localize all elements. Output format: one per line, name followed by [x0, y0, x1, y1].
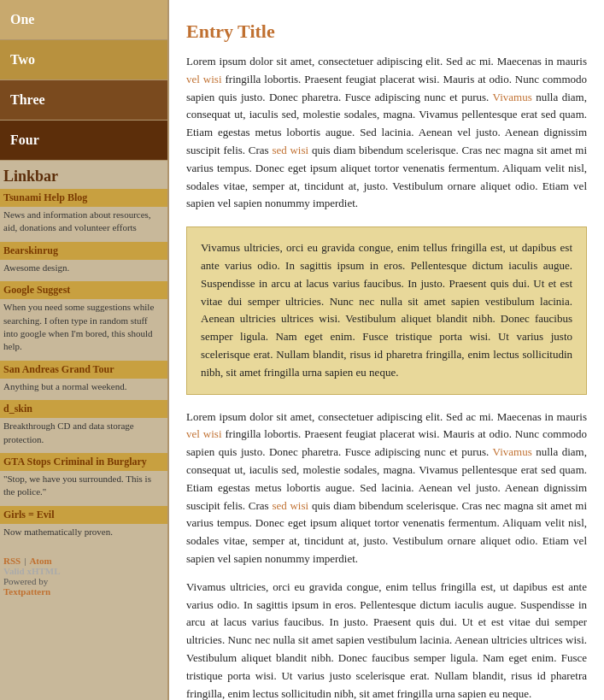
valid-xhtml-link[interactable]: Valid xHTML — [3, 566, 164, 576]
linkbar-section-3: San Andreas Grand Tour Anything but a no… — [0, 361, 167, 397]
linkbar-section-0: Tsunami Help Blog News and information a… — [0, 189, 167, 238]
nav-item-three[interactable]: Three — [0, 80, 167, 121]
entry-title: Entry Title — [186, 21, 587, 43]
sed-link-2[interactable]: sed wisi — [272, 499, 308, 512]
vivamus-link-1[interactable]: Vivamus — [493, 91, 532, 103]
vivamus-link-2[interactable]: Vivamus — [493, 445, 532, 458]
linkbar-link-1[interactable]: Bearskinrug — [0, 242, 167, 260]
linkbar-desc-3: Anything but a normal weekend. — [0, 379, 167, 397]
blockquote-1: Vivamus ultricies, orci eu gravida congu… — [186, 226, 587, 394]
linkbar-link-6[interactable]: Girls = Evil — [0, 506, 167, 524]
rss-link[interactable]: RSS — [3, 556, 21, 566]
entry-body: Lorem ipsum dolor sit amet, consectetuer… — [186, 53, 587, 700]
linkbar-desc-6: Now mathematically proven. — [0, 524, 167, 542]
textpattern-link[interactable]: Textpattern — [3, 586, 164, 597]
linkbar-desc-2: When you need some suggestions while sea… — [0, 299, 167, 357]
textpattern-label: Powered by — [3, 576, 48, 586]
linkbar-section-2: Google Suggest When you need some sugges… — [0, 281, 167, 357]
sed-link-1[interactable]: sed wisi — [272, 144, 308, 156]
linkbar-section-4: d_skin Breakthrough CD and data storage … — [0, 400, 167, 450]
wisi-link-1[interactable]: vel wisi — [186, 73, 222, 85]
nav-item-one[interactable]: One — [0, 0, 167, 40]
nav-item-two[interactable]: Two — [0, 40, 167, 80]
nav-item-four[interactable]: Four — [0, 121, 167, 161]
linkbar-section-5: GTA Stops Criminal in Burglary "Stop, we… — [0, 453, 167, 503]
linkbar-link-2[interactable]: Google Suggest — [0, 281, 167, 299]
linkbar-desc-4: Breakthrough CD and data storage protect… — [0, 418, 167, 450]
sidebar-footer: RSS | Atom Valid xHTML Powered by Textpa… — [0, 552, 167, 600]
wisi-link-2[interactable]: vel wisi — [186, 427, 222, 440]
sidebar: One Two Three Four Linkbar Tsunami Help … — [0, 0, 167, 700]
entry-paragraph-2: Lorem ipsum dolor sit amet, consectetuer… — [186, 409, 587, 568]
linkbar-desc-5: "Stop, we have you surrounded. This is t… — [0, 471, 167, 503]
atom-link[interactable]: Atom — [29, 556, 51, 566]
entry-paragraph-3: Vivamus ultricies, orci eu gravida congu… — [186, 579, 587, 700]
linkbar-desc-1: Awesome design. — [0, 260, 167, 278]
linkbar-link-0[interactable]: Tsunami Help Blog — [0, 189, 167, 207]
linkbar-title: Linkbar — [0, 161, 167, 189]
linkbar-link-3[interactable]: San Andreas Grand Tour — [0, 361, 167, 379]
linkbar-section-1: Bearskinrug Awesome design. — [0, 242, 167, 278]
entry-paragraph-1: Lorem ipsum dolor sit amet, consectetuer… — [186, 53, 587, 213]
linkbar-section-6: Girls = Evil Now mathematically proven. — [0, 506, 167, 542]
main-content: Entry Title Lorem ipsum dolor sit amet, … — [167, 0, 604, 700]
linkbar-link-4[interactable]: d_skin — [0, 400, 167, 418]
linkbar-link-5[interactable]: GTA Stops Criminal in Burglary — [0, 453, 167, 471]
linkbar-desc-0: News and information about resources, ai… — [0, 207, 167, 238]
